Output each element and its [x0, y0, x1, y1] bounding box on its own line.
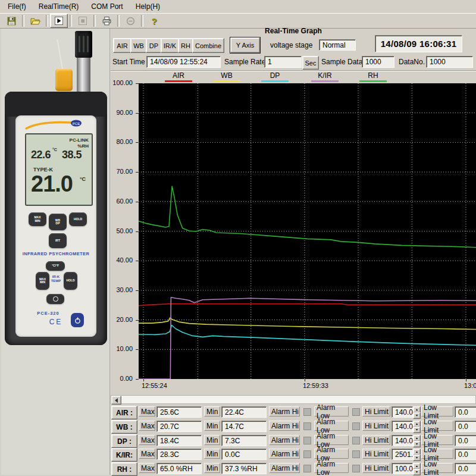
x-axis-label: 12:59:33: [303, 382, 328, 389]
chart-svg: [139, 83, 476, 379]
start-time-field: 14/08/09 12:55:24: [146, 56, 221, 68]
spinner-down-button[interactable]: ▾: [413, 469, 421, 475]
hi-limit-input[interactable]: 2501.0: [392, 449, 413, 460]
disconnect-icon: [126, 16, 136, 26]
open-file-button[interactable]: [26, 14, 44, 28]
legend-item-wb: WB: [206, 71, 248, 82]
alarm-hi-checkbox[interactable]: [303, 450, 311, 458]
alarm-low-checkbox[interactable]: [352, 450, 360, 458]
stop-button[interactable]: [74, 14, 92, 28]
voltage-stage-label: voltage stage: [270, 41, 312, 49]
sec-button[interactable]: Sec: [302, 56, 319, 70]
alarm-hi-checkbox[interactable]: [303, 437, 311, 444]
chart-legend: AIRWBDPK/IRRH: [111, 71, 476, 82]
hi-limit-input[interactable]: 100.0: [392, 463, 413, 474]
alarm-hi-checkbox[interactable]: [303, 465, 311, 472]
toolbar-separator: [70, 15, 72, 27]
power-icon: [74, 317, 82, 324]
help-button[interactable]: ?: [145, 14, 163, 28]
row-channel-button[interactable]: K/IR:: [111, 448, 137, 462]
max-label: Max: [139, 421, 155, 431]
row-channel-button[interactable]: WB :: [111, 420, 137, 434]
hi-limit-spinner: ▴▾: [413, 449, 419, 460]
probe-shaft: [77, 58, 90, 93]
low-limit-input[interactable]: 0.0: [455, 449, 476, 460]
menu-com-port[interactable]: COM Port: [86, 0, 128, 13]
voltage-stage-field[interactable]: Normal: [319, 39, 356, 51]
disconnect-button[interactable]: [121, 14, 139, 28]
max-value: 65.0 %RH: [156, 463, 202, 474]
low-limit-input[interactable]: 0.0: [455, 406, 476, 418]
low-limit-input[interactable]: 0.0: [455, 435, 476, 446]
legend-color-bar: [213, 80, 240, 82]
row-channel-button[interactable]: RH :: [111, 462, 137, 476]
table-row: WB :Max20.7CMin14.7CAlarm HiAlarm LowHi …: [111, 420, 476, 433]
svg-text:PCE: PCE: [73, 122, 80, 126]
min-label: Min: [204, 435, 220, 445]
channel-wb-button[interactable]: WB: [130, 38, 147, 53]
alarm-hi-checkbox[interactable]: [303, 422, 311, 430]
max-label: Max: [139, 406, 155, 416]
y-axis-label: 80.00: [109, 138, 133, 146]
max-value: 18.4C: [156, 435, 202, 446]
lcd-main-unit: °C: [80, 176, 86, 182]
legend-label: K/IR: [304, 71, 346, 80]
spinner-down-button[interactable]: ▾: [413, 412, 421, 419]
pce-link-window: File(f) RealTime(R) COM Port Help(H): [0, 0, 476, 476]
legend-item-rh: RH: [352, 71, 394, 82]
menu-realtime[interactable]: RealTime(R): [33, 0, 84, 13]
alarm-low-checkbox[interactable]: [352, 437, 360, 444]
spinner-down-button[interactable]: ▾: [413, 427, 421, 433]
graph-horizontal-scrollbar[interactable]: [111, 395, 476, 404]
hi-limit-label: Hi Limit: [362, 406, 390, 416]
y-axis: 100.0090.0080.0070.0060.0050.0040.0030.0…: [109, 79, 136, 384]
print-button[interactable]: [98, 14, 115, 28]
alarm-low-checkbox[interactable]: [352, 408, 360, 416]
y-axis-label: 70.00: [109, 168, 133, 176]
menu-help[interactable]: Help(H): [130, 0, 165, 13]
start-button[interactable]: [50, 14, 68, 28]
help-icon: ?: [151, 16, 156, 26]
channel-irk-button[interactable]: IR/K: [161, 38, 179, 53]
low-limit-input[interactable]: 0.0: [455, 463, 476, 474]
row-channel-button[interactable]: DP :: [111, 434, 137, 448]
spinner-down-button[interactable]: ▾: [413, 441, 421, 447]
sample-data-field[interactable]: 1000: [362, 56, 394, 68]
legend-color-bar: [261, 80, 289, 82]
series-wb: [139, 318, 476, 329]
min-value: 22.4C: [221, 406, 267, 418]
hi-limit-label: Hi Limit: [362, 463, 390, 473]
legend-color-bar: [359, 80, 387, 82]
row-channel-button[interactable]: AIR :: [111, 406, 137, 419]
spinner-down-button[interactable]: ▾: [413, 455, 421, 461]
menu-file[interactable]: File(f): [2, 0, 32, 13]
low-limit-label: Low Limit: [421, 463, 453, 473]
scroll-left-button[interactable]: [111, 396, 121, 405]
low-limit-input[interactable]: 0.0: [455, 421, 476, 432]
legend-label: WB: [206, 71, 248, 80]
save-button[interactable]: [2, 14, 20, 28]
hi-limit-input[interactable]: 140.0: [392, 406, 413, 418]
hi-limit-input[interactable]: 140.0: [392, 421, 413, 432]
alarm-low-label: Alarm Low: [314, 435, 349, 445]
hi-limit-input[interactable]: 140.0: [392, 435, 413, 446]
alarm-hi-label: Alarm Hi: [269, 435, 300, 445]
start-time-label: Start Time: [112, 58, 145, 66]
channel-air-button[interactable]: AIR: [113, 38, 131, 53]
device-brand-label: INFRARED PSYCHROMETER: [15, 251, 96, 256]
stop-icon: [79, 17, 87, 25]
y-axis-button[interactable]: Y Axis: [230, 37, 260, 53]
alarm-low-checkbox[interactable]: [352, 465, 360, 472]
y-axis-label: 50.00: [109, 227, 133, 236]
probe-slot: [87, 36, 89, 52]
channel-rh-button[interactable]: RH: [178, 38, 193, 53]
hi-limit-spinner: ▴▾: [413, 463, 419, 474]
chart-plot-area: [139, 83, 476, 379]
combine-button[interactable]: Combine: [192, 38, 224, 53]
alarm-hi-checkbox[interactable]: [303, 408, 311, 416]
channel-dp-button[interactable]: DP: [146, 38, 162, 53]
sample-rate-input[interactable]: 1: [264, 56, 302, 68]
alarm-low-checkbox[interactable]: [352, 422, 360, 430]
max-label: Max: [139, 463, 155, 473]
alarm-low-label: Alarm Low: [314, 463, 349, 473]
